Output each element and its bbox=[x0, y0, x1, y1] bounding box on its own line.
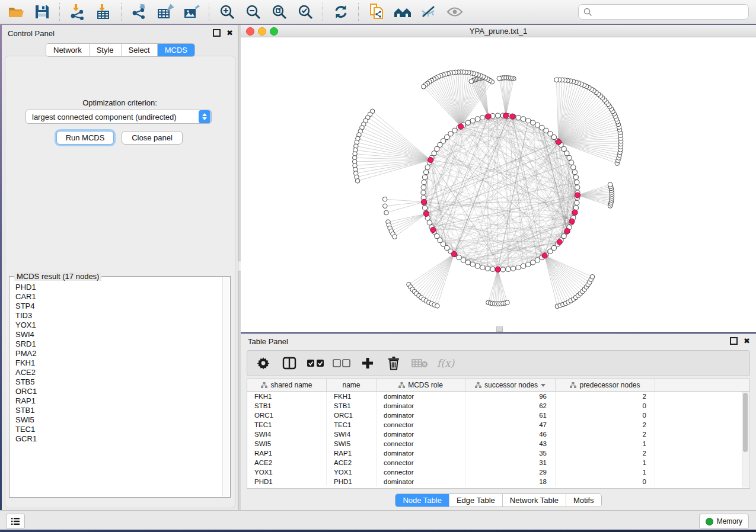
memory-button[interactable]: Memory bbox=[699, 514, 749, 529]
mcds-result-item[interactable]: FKH1 bbox=[10, 358, 223, 368]
table-row[interactable]: ACE2ACE2connector311 bbox=[247, 458, 749, 467]
table-cell: connector bbox=[377, 420, 465, 430]
tab-node-table[interactable]: Node Table bbox=[395, 494, 449, 507]
network-graph bbox=[241, 37, 756, 332]
table-cell: dominator bbox=[377, 411, 465, 420]
node-table: shared namenameMCDS rolesuccessor nodesp… bbox=[247, 379, 750, 489]
table-cell: 47 bbox=[465, 420, 556, 430]
optimization-label: Optimization criterion: bbox=[2, 98, 238, 107]
table-row[interactable]: RAP1RAP1dominator352 bbox=[247, 448, 749, 458]
close-panel-button[interactable]: Close panel bbox=[122, 131, 183, 145]
table-row[interactable]: SWI5SWI5connector431 bbox=[247, 439, 749, 448]
table-cell: 31 bbox=[465, 458, 556, 467]
mcds-result-item[interactable]: PHD1 bbox=[10, 283, 223, 292]
mcds-result-item[interactable]: GCR1 bbox=[10, 434, 223, 444]
mcds-result-item[interactable]: TID3 bbox=[10, 311, 223, 321]
table-cell: ORC1 bbox=[247, 411, 327, 420]
export-table-icon[interactable] bbox=[154, 2, 177, 21]
mcds-result-item[interactable]: ORC1 bbox=[10, 387, 223, 396]
mcds-result-item[interactable]: SWI5 bbox=[10, 415, 223, 425]
table-scrollbar-thumb[interactable] bbox=[743, 393, 748, 452]
table-row[interactable]: STB1STB1dominator620 bbox=[247, 401, 749, 411]
mcds-result-item[interactable]: YOX1 bbox=[10, 321, 223, 330]
mcds-result-item[interactable]: SWI4 bbox=[10, 330, 223, 339]
optimization-dropdown[interactable]: largest connected component (undirected) bbox=[25, 110, 212, 124]
first-neighbors-icon[interactable] bbox=[391, 2, 414, 21]
float-table-panel-icon[interactable] bbox=[730, 337, 738, 345]
result-scrollbar[interactable] bbox=[222, 277, 229, 496]
network-window-title: YPA_prune.txt_1 bbox=[241, 27, 756, 36]
import-network-icon[interactable] bbox=[66, 2, 89, 21]
table-cell: PHD1 bbox=[327, 477, 377, 486]
column-header-shared-name[interactable]: shared name bbox=[247, 379, 327, 391]
select-all-icon[interactable] bbox=[307, 354, 324, 372]
table-cell: ORC1 bbox=[327, 411, 377, 420]
table-cell: 18 bbox=[465, 477, 556, 486]
table-row[interactable]: PHD1PHD1dominator180 bbox=[247, 477, 749, 486]
mcds-result-item[interactable]: STP4 bbox=[10, 302, 223, 311]
search-input[interactable] bbox=[596, 7, 744, 17]
hide-selected-icon[interactable] bbox=[417, 2, 440, 21]
column-header-successor-nodes[interactable]: successor nodes bbox=[465, 379, 556, 391]
tab-edge-table[interactable]: Edge Table bbox=[449, 494, 503, 507]
tab-motifs[interactable]: Motifs bbox=[566, 494, 601, 507]
close-table-panel-icon[interactable]: ✖ bbox=[744, 338, 750, 344]
column-header-MCDS-role[interactable]: MCDS role bbox=[377, 379, 465, 391]
tab-network-table[interactable]: Network Table bbox=[503, 494, 566, 507]
tab-select[interactable]: Select bbox=[122, 44, 158, 56]
table-cell: 2 bbox=[556, 430, 655, 439]
zoom-out-icon[interactable] bbox=[242, 2, 264, 21]
table-scrollbar[interactable] bbox=[742, 392, 749, 488]
export-network-icon[interactable] bbox=[128, 2, 151, 21]
column-header-name[interactable]: name bbox=[327, 379, 377, 391]
canvas-resize-handle[interactable] bbox=[496, 326, 503, 332]
table-cell: 96 bbox=[465, 392, 556, 401]
tab-network[interactable]: Network bbox=[46, 44, 90, 56]
delete-column-icon[interactable] bbox=[385, 354, 403, 372]
table-cell: 0 bbox=[556, 411, 655, 420]
column-header-predecessor-nodes[interactable]: predecessor nodes bbox=[556, 379, 655, 391]
mcds-result-item[interactable]: TEC1 bbox=[10, 425, 223, 434]
mcds-result-item[interactable]: ACE2 bbox=[10, 368, 223, 377]
sort-desc-icon bbox=[541, 384, 546, 387]
mcds-result-item[interactable]: SRD1 bbox=[10, 339, 223, 349]
mcds-result-item[interactable]: RAP1 bbox=[10, 396, 223, 406]
search-box[interactable] bbox=[578, 4, 749, 20]
table-row[interactable]: SWI4SWI4dominator462 bbox=[247, 430, 749, 439]
open-session-icon[interactable] bbox=[5, 2, 27, 21]
add-column-icon[interactable] bbox=[359, 354, 377, 372]
duplicate-network-icon[interactable] bbox=[365, 2, 388, 21]
table-row[interactable]: YOX1YOX1connector291 bbox=[247, 467, 749, 477]
mcds-result-item[interactable]: STB5 bbox=[10, 377, 223, 387]
deselect-all-icon[interactable] bbox=[333, 354, 350, 372]
run-mcds-button[interactable]: Run MCDS bbox=[56, 131, 114, 145]
show-all-icon[interactable] bbox=[444, 2, 466, 21]
tab-style[interactable]: Style bbox=[90, 44, 122, 56]
network-canvas[interactable] bbox=[241, 37, 756, 332]
zoom-selected-icon[interactable] bbox=[294, 2, 317, 21]
close-panel-icon[interactable]: ✖ bbox=[227, 30, 233, 36]
function-builder-icon[interactable]: f(x) bbox=[437, 357, 454, 369]
refresh-icon[interactable] bbox=[330, 2, 352, 21]
delete-table-icon[interactable] bbox=[411, 354, 429, 372]
show-panels-button[interactable] bbox=[6, 514, 25, 529]
zoom-fit-icon[interactable] bbox=[268, 2, 291, 21]
toolbar-separator bbox=[358, 3, 359, 21]
column-pane-icon[interactable] bbox=[280, 354, 298, 372]
network-titlebar[interactable]: YPA_prune.txt_1 bbox=[241, 25, 756, 37]
export-image-icon[interactable] bbox=[180, 2, 203, 21]
table-settings-gear-icon[interactable] bbox=[254, 354, 272, 372]
mcds-result-item[interactable]: STB1 bbox=[10, 406, 223, 415]
mcds-result-item[interactable]: PMA2 bbox=[10, 349, 223, 358]
table-cell: FKH1 bbox=[247, 392, 327, 401]
table-row[interactable]: TEC1TEC1connector472 bbox=[247, 420, 749, 430]
float-panel-icon[interactable] bbox=[213, 29, 221, 37]
table-row[interactable]: ORC1ORC1dominator610 bbox=[247, 411, 749, 420]
zoom-in-icon[interactable] bbox=[216, 2, 238, 21]
save-session-icon[interactable] bbox=[31, 2, 53, 21]
mcds-result-item[interactable]: CAR1 bbox=[10, 292, 223, 302]
tab-mcds[interactable]: MCDS bbox=[158, 44, 194, 56]
table-cell: 62 bbox=[465, 401, 556, 411]
table-row[interactable]: FKH1FKH1dominator962 bbox=[247, 392, 749, 401]
import-table-icon[interactable] bbox=[92, 2, 115, 21]
